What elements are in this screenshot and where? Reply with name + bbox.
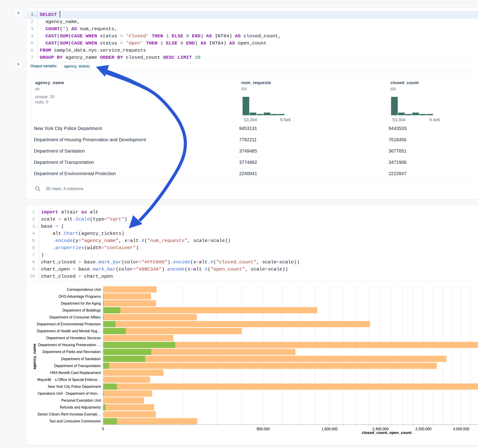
svg-text:New York City Police Departmen: New York City Police Department: [48, 385, 101, 389]
svg-text:Mayorâ€ s Office of Special En: Mayorâ€ s Office of Special Enforce…: [37, 378, 101, 382]
svg-text:800,000: 800,000: [257, 427, 270, 431]
svg-text:4,000,000: 4,000,000: [453, 427, 469, 431]
svg-text:Refunds and Adjustments: Refunds and Adjustments: [60, 405, 101, 409]
svg-text:DHS Advantage Programs: DHS Advantage Programs: [59, 294, 101, 299]
svg-text:Department of Homeless Service: Department of Homeless Services: [46, 336, 101, 340]
svg-text:Department for the Aging: Department for the Aging: [61, 301, 101, 305]
svg-text:Correspondence Unit: Correspondence Unit: [67, 288, 101, 292]
svg-text:agency_name: agency_name: [32, 344, 37, 369]
svg-text:Taxi and Limousine Commission: Taxi and Limousine Commission: [49, 419, 101, 423]
svg-text:Department of Transportation: Department of Transportation: [54, 364, 101, 368]
svg-text:0: 0: [102, 427, 104, 431]
svg-text:Senior Citizen Rent Increase E: Senior Citizen Rent Increase Exempti…: [37, 412, 101, 416]
svg-text:Department of Environmental Pr: Department of Environmental Protection: [37, 322, 101, 326]
svg-text:closed_count, open_count: closed_count, open_count: [362, 430, 412, 435]
svg-text:HRA Benefit Card Replacement: HRA Benefit Card Replacement: [50, 371, 101, 375]
svg-text:Department of Sanitation: Department of Sanitation: [61, 357, 101, 361]
svg-text:Operations Unit - Department o: Operations Unit - Department of Hom…: [38, 392, 101, 395]
svg-text:1,600,000: 1,600,000: [321, 427, 338, 431]
svg-text:Department of Health and Menta: Department of Health and Mental Hyg…: [37, 329, 101, 333]
svg-text:Department of Buildings: Department of Buildings: [63, 308, 101, 312]
svg-text:3,200,000: 3,200,000: [415, 427, 431, 431]
svg-text:Department of Parks and Recrea: Department of Parks and Recreation: [42, 350, 101, 354]
svg-text:Department of Consumer Affairs: Department of Consumer Affairs: [50, 315, 101, 319]
svg-text:Department of Housing Preserva: Department of Housing Preservation …: [38, 343, 101, 347]
svg-text:Personal Exemption Unit: Personal Exemption Unit: [61, 398, 101, 402]
